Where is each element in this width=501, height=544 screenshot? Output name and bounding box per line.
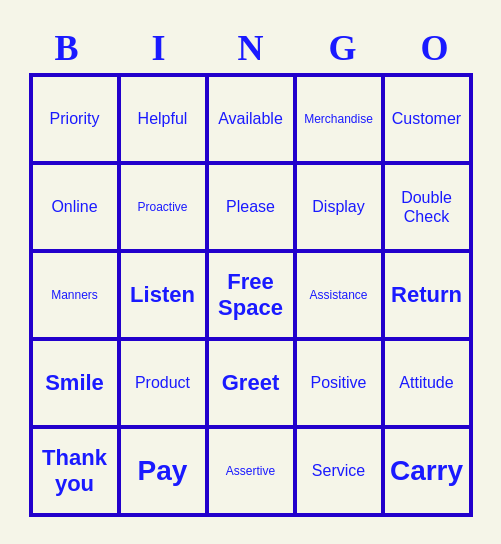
grid-row-1: OnlineProactivePleaseDisplayDouble Check: [31, 163, 471, 251]
cell-1-0: Online: [31, 163, 119, 251]
cell-2-2: Free Space: [207, 251, 295, 339]
cell-1-4: Double Check: [383, 163, 471, 251]
cell-1-1: Proactive: [119, 163, 207, 251]
cell-1-2: Please: [207, 163, 295, 251]
cell-2-0: Manners: [31, 251, 119, 339]
header-letter-g: G: [299, 27, 387, 69]
grid-row-4: Thank youPayAssertiveServiceCarry: [31, 427, 471, 515]
bingo-grid: PriorityHelpfulAvailableMerchandiseCusto…: [29, 73, 473, 517]
cell-2-3: Assistance: [295, 251, 383, 339]
cell-4-1: Pay: [119, 427, 207, 515]
header-letter-n: N: [207, 27, 295, 69]
grid-row-2: MannersListenFree SpaceAssistanceReturn: [31, 251, 471, 339]
cell-0-0: Priority: [31, 75, 119, 163]
cell-3-0: Smile: [31, 339, 119, 427]
cell-0-4: Customer: [383, 75, 471, 163]
cell-4-3: Service: [295, 427, 383, 515]
header-letter-b: B: [23, 27, 111, 69]
cell-4-2: Assertive: [207, 427, 295, 515]
cell-4-0: Thank you: [31, 427, 119, 515]
cell-3-3: Positive: [295, 339, 383, 427]
cell-3-2: Greet: [207, 339, 295, 427]
grid-row-3: SmileProductGreetPositiveAttitude: [31, 339, 471, 427]
cell-3-4: Attitude: [383, 339, 471, 427]
grid-row-0: PriorityHelpfulAvailableMerchandiseCusto…: [31, 75, 471, 163]
bingo-card: BINGO PriorityHelpfulAvailableMerchandis…: [11, 17, 491, 527]
bingo-header: BINGO: [21, 27, 481, 69]
cell-0-1: Helpful: [119, 75, 207, 163]
cell-4-4: Carry: [383, 427, 471, 515]
cell-2-4: Return: [383, 251, 471, 339]
header-letter-i: I: [115, 27, 203, 69]
cell-1-3: Display: [295, 163, 383, 251]
cell-2-1: Listen: [119, 251, 207, 339]
cell-3-1: Product: [119, 339, 207, 427]
header-letter-o: O: [391, 27, 479, 69]
cell-0-2: Available: [207, 75, 295, 163]
cell-0-3: Merchandise: [295, 75, 383, 163]
